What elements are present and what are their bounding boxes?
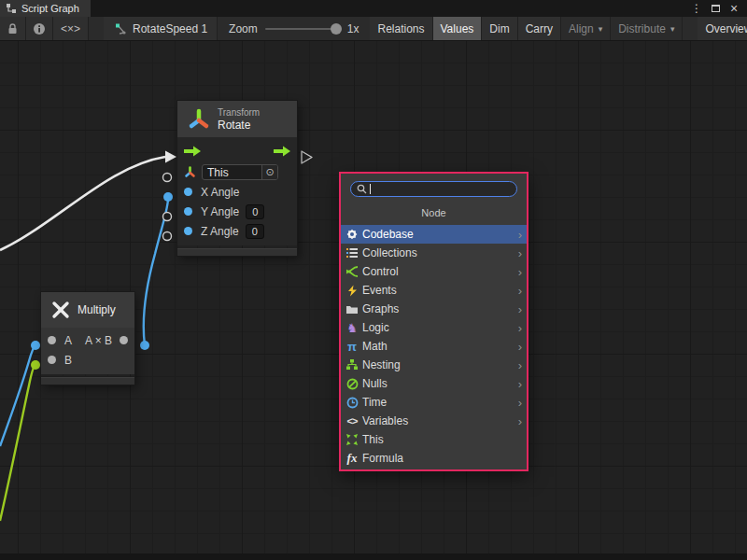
wire-into-a[interactable] bbox=[0, 345, 35, 446]
rotate-node-body: This ⊙ X Angle Y Angle 0 Z Angle 0 bbox=[177, 137, 297, 245]
finder-item-variables[interactable]: <> Variables › bbox=[341, 412, 527, 430]
result-output-port[interactable] bbox=[120, 336, 128, 344]
folder-icon bbox=[345, 302, 359, 316]
wire-endpoint-dot bbox=[163, 192, 173, 202]
carry-button[interactable]: Carry bbox=[518, 17, 561, 40]
wire-endpoint-dot bbox=[31, 360, 40, 370]
search-input[interactable] bbox=[350, 181, 517, 197]
zangle-port[interactable] bbox=[184, 227, 192, 235]
node-finder-popup: Node Codebase › bbox=[339, 172, 529, 471]
finder-item-formula[interactable]: fx Formula bbox=[341, 449, 527, 468]
transform-icon bbox=[187, 107, 211, 132]
graph-ref-icon bbox=[113, 21, 127, 35]
finder-item-events[interactable]: Events › bbox=[341, 281, 527, 300]
unconnected-port-zangle[interactable] bbox=[163, 232, 172, 241]
wire-endpoint-dot bbox=[31, 341, 40, 350]
flow-out-arrow-icon[interactable] bbox=[273, 145, 291, 158]
multiply-node[interactable]: Multiply A A × B B bbox=[41, 292, 134, 385]
xangle-label: X Angle bbox=[201, 186, 239, 199]
chevron-right-icon: › bbox=[518, 266, 522, 278]
toolbar-gap bbox=[89, 17, 104, 40]
finder-item-logic[interactable]: ♞ Logic › bbox=[341, 318, 527, 337]
brackets-icon: <> bbox=[345, 414, 359, 428]
finder-item-label: Logic bbox=[362, 321, 389, 334]
xangle-port[interactable] bbox=[184, 188, 192, 196]
multiply-icon bbox=[50, 300, 71, 320]
node-category: Transform bbox=[218, 106, 260, 119]
finder-item-time[interactable]: Time › bbox=[341, 393, 527, 412]
flow-out-triangle[interactable] bbox=[302, 151, 312, 163]
maximize-icon[interactable] bbox=[708, 1, 723, 16]
lightning-icon bbox=[345, 284, 359, 298]
finder-item-label: Control bbox=[362, 265, 399, 278]
finder-item-label: Nulls bbox=[362, 377, 388, 390]
flow-ports-row bbox=[177, 140, 297, 162]
yangle-port-row: Y Angle 0 bbox=[177, 202, 297, 221]
this-icon bbox=[345, 433, 359, 447]
info-button[interactable] bbox=[26, 17, 53, 40]
align-dropdown[interactable]: Align ▾ bbox=[561, 17, 611, 40]
rotate-node[interactable]: Transform Rotate bbox=[177, 101, 297, 256]
finder-item-label: This bbox=[362, 433, 384, 446]
zoom-label: Zoom bbox=[229, 22, 258, 35]
this-object-field[interactable]: This ⊙ bbox=[202, 164, 278, 180]
transform-mini-icon bbox=[184, 166, 196, 178]
values-button[interactable]: Values bbox=[433, 17, 483, 40]
this-port-row: This ⊙ bbox=[177, 162, 297, 182]
multiply-node-header[interactable]: Multiply bbox=[41, 292, 134, 328]
finder-item-math[interactable]: π Math › bbox=[341, 337, 527, 356]
b-input-port[interactable] bbox=[48, 356, 56, 364]
close-icon[interactable]: × bbox=[726, 1, 741, 16]
wire-into-b[interactable] bbox=[0, 365, 35, 521]
zoom-value: 1x bbox=[347, 22, 359, 35]
yangle-port[interactable] bbox=[184, 207, 192, 216]
align-label: Align bbox=[569, 22, 594, 35]
info-icon bbox=[33, 22, 46, 35]
rotate-node-titles: Transform Rotate bbox=[218, 106, 260, 132]
finder-item-this[interactable]: This bbox=[341, 430, 527, 449]
branch-icon bbox=[345, 265, 359, 279]
chevron-right-icon: › bbox=[518, 229, 522, 241]
finder-item-label: Events bbox=[362, 284, 397, 297]
zoom-slider-handle[interactable] bbox=[331, 23, 342, 35]
object-picker-icon[interactable]: ⊙ bbox=[261, 165, 277, 179]
distribute-dropdown[interactable]: Distribute ▾ bbox=[611, 17, 683, 40]
overview-button[interactable]: Overview bbox=[698, 17, 747, 40]
tabbar-spacer bbox=[91, 0, 689, 17]
kebab-menu-icon[interactable]: ⋮ bbox=[689, 1, 704, 16]
flow-in-arrow-icon[interactable] bbox=[183, 145, 202, 158]
pi-icon: π bbox=[345, 340, 359, 354]
code-view-button[interactable]: <×> bbox=[53, 17, 89, 40]
unconnected-port-yangle[interactable] bbox=[163, 213, 172, 221]
tab-title: Script Graph bbox=[21, 3, 79, 14]
dim-button[interactable]: Dim bbox=[482, 17, 517, 40]
finder-item-label: Math bbox=[362, 340, 388, 353]
knight-icon: ♞ bbox=[345, 321, 359, 335]
yangle-value-field[interactable]: 0 bbox=[246, 204, 264, 219]
unconnected-port-this[interactable] bbox=[163, 174, 172, 182]
chevron-right-icon: › bbox=[518, 378, 522, 390]
finder-item-nesting[interactable]: Nesting › bbox=[341, 356, 527, 374]
finder-item-nulls[interactable]: Nulls › bbox=[341, 374, 527, 393]
chevron-right-icon: › bbox=[518, 341, 522, 353]
a-label: A bbox=[64, 334, 72, 347]
finder-item-control[interactable]: Control › bbox=[341, 262, 527, 281]
graph-canvas[interactable]: Transform Rotate bbox=[0, 41, 747, 553]
tab-script-graph[interactable]: Script Graph bbox=[0, 0, 91, 17]
flow-wire[interactable] bbox=[0, 157, 165, 250]
zangle-value-field[interactable]: 0 bbox=[246, 224, 264, 239]
a-input-port[interactable] bbox=[48, 336, 56, 344]
rotate-node-header[interactable]: Transform Rotate bbox=[177, 101, 297, 137]
relations-button[interactable]: Relations bbox=[370, 17, 432, 40]
zoom-slider[interactable] bbox=[265, 28, 340, 30]
finder-item-graphs[interactable]: Graphs › bbox=[341, 300, 527, 318]
finder-item-codebase[interactable]: Codebase › bbox=[341, 225, 527, 244]
finder-item-collections[interactable]: Collections › bbox=[341, 244, 527, 262]
null-icon bbox=[345, 377, 359, 391]
wire-multiply-to-xangle[interactable] bbox=[144, 200, 168, 345]
distribute-arrow-icon: ▾ bbox=[670, 24, 675, 34]
finder-item-label: Codebase bbox=[362, 228, 414, 241]
lock-button[interactable] bbox=[0, 17, 26, 40]
this-field-value: This bbox=[203, 166, 261, 179]
graph-reference[interactable]: RotateSpeed 1 bbox=[104, 17, 218, 40]
